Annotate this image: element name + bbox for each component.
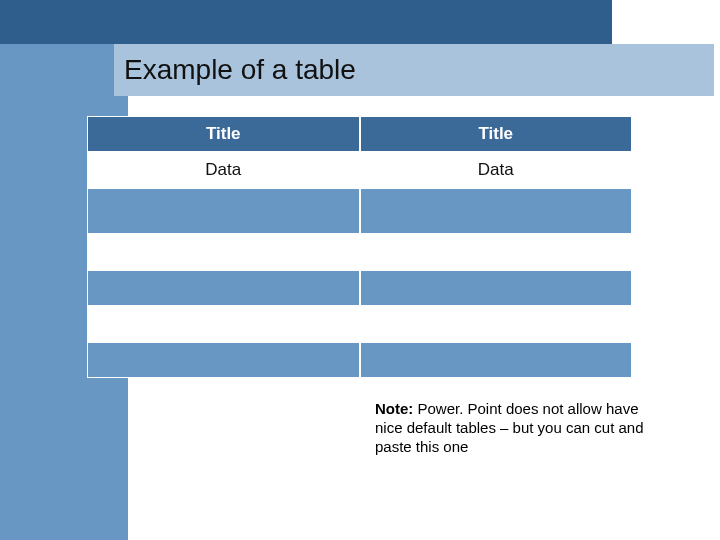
table-row — [87, 188, 632, 234]
slide-title-band: Example of a table — [114, 44, 714, 96]
table-cell: Data — [360, 152, 633, 188]
table-cell — [87, 188, 360, 234]
table-cell — [87, 306, 360, 342]
table-header-cell: Title — [87, 116, 360, 152]
table-cell — [360, 306, 633, 342]
table-row — [87, 306, 632, 342]
note-label: Note: — [375, 400, 413, 417]
note-text: Power. Point does not allow have nice de… — [375, 400, 644, 455]
table-cell: Data — [87, 152, 360, 188]
table-cell — [360, 342, 633, 378]
table-cell — [360, 188, 633, 234]
table-row — [87, 234, 632, 270]
slide-title: Example of a table — [124, 54, 356, 86]
table-row — [87, 342, 632, 378]
example-table: Title Title Data Data — [87, 116, 632, 378]
note-block: Note: Power. Point does not allow have n… — [375, 400, 655, 456]
table-cell — [360, 234, 633, 270]
table-header-cell: Title — [360, 116, 633, 152]
table-row: Data Data — [87, 152, 632, 188]
top-accent-bar — [0, 0, 612, 44]
table-header-row: Title Title — [87, 116, 632, 152]
table-cell — [87, 234, 360, 270]
table-row — [87, 270, 632, 306]
table-cell — [360, 270, 633, 306]
table-cell — [87, 270, 360, 306]
table-cell — [87, 342, 360, 378]
